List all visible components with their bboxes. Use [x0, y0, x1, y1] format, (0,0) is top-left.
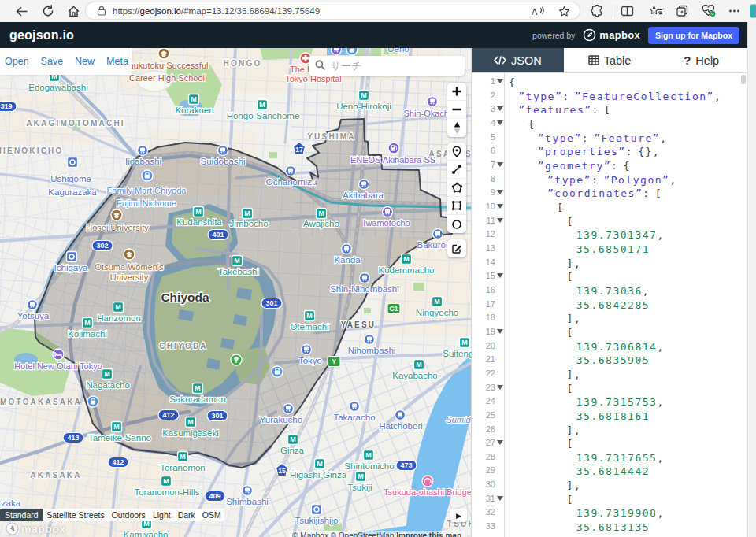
svg-text:17: 17 [295, 146, 303, 154]
svg-text:M: M [434, 298, 440, 306]
map-canvas[interactable]: 3193024013013014124124134094731715C1YAKA… [0, 48, 471, 537]
route-shield: 319 [0, 102, 17, 112]
favorites-hub-icon[interactable] [649, 6, 663, 17]
metro-station-icon: M [414, 360, 424, 370]
svg-text:301: 301 [265, 299, 277, 307]
menu-new[interactable]: New [75, 56, 94, 67]
compass-button[interactable] [447, 119, 466, 137]
route-shield: 413 [63, 433, 83, 443]
metro-station-icon: M [161, 476, 172, 487]
map-attribution: © Mapbox © OpenStreetMap Improve this ma… [289, 531, 465, 537]
map-label: Nihombashi [348, 346, 396, 355]
map-label: Shintomicho [344, 461, 394, 471]
json-editor[interactable]: 1234567891011121314151617181920212223242… [472, 73, 748, 537]
basemap-outdoors[interactable]: Outdoors [108, 509, 149, 521]
menu-meta[interactable]: Meta [106, 56, 128, 67]
mapbox-wordmark: mapbox [599, 29, 640, 41]
code-line: 35.6814442 [509, 465, 650, 479]
svg-text:M: M [361, 91, 367, 99]
mapbox-attribution-logo[interactable]: mapbox [6, 522, 66, 535]
browser-essentials-icon[interactable] [702, 5, 717, 17]
metro-station-icon: M [460, 338, 470, 348]
shop-poi-icon [142, 170, 153, 181]
map-label: Suidobashi [201, 157, 246, 166]
basemap-light[interactable]: Light [149, 509, 174, 521]
help-icon: ? [684, 54, 691, 67]
code-line: 139.7315753, [509, 395, 665, 409]
code-line: [ [509, 215, 574, 229]
map[interactable]: 3193024013013014124124134094731715C1YAKA… [0, 48, 471, 537]
extensions-icon[interactable] [591, 5, 604, 18]
menu-save[interactable]: Save [41, 56, 64, 67]
search-placeholder: サーチ [331, 59, 362, 73]
university-poi-icon [111, 209, 122, 220]
zoom-out-button[interactable] [447, 101, 466, 119]
map-label: Awajicho [303, 219, 339, 228]
code-line: 35.6813135 [509, 520, 650, 535]
draw-circle-button[interactable] [447, 215, 466, 233]
map-label: Kamiyacho [124, 530, 169, 537]
svg-text:319: 319 [0, 102, 12, 110]
improve-map-link[interactable]: Improve this map [396, 531, 461, 537]
code-line: ], [509, 312, 581, 326]
toolbar-divider [613, 6, 613, 17]
svg-text:M: M [195, 384, 201, 392]
draw-rectangle-button[interactable] [447, 197, 466, 215]
map-label: Kudanshita [176, 217, 222, 227]
basemap-dark[interactable]: Dark [174, 509, 198, 521]
zoom-controls [447, 83, 466, 137]
tab-help[interactable]: ?Help [655, 48, 747, 72]
right-panel: JSONTable?Help 1234567891011121314151617… [471, 48, 747, 537]
map-label: Hotel New Otani Tokyo [14, 361, 102, 371]
draw-marker-button[interactable] [447, 143, 466, 161]
editor-scrollbar-thumb[interactable] [741, 75, 746, 84]
draw-line-button[interactable] [447, 161, 466, 179]
map-label: Ningyocho [416, 308, 458, 317]
split-screen-icon[interactable] [621, 6, 634, 17]
tab-table[interactable]: Table [564, 48, 656, 72]
jr-station-icon [28, 300, 38, 310]
menu-open[interactable]: Open [5, 56, 29, 67]
edit-geometries-button[interactable] [447, 239, 466, 257]
map-label: Ueno [387, 48, 410, 54]
panel-collapse-button[interactable]: ▶ [450, 509, 467, 522]
signup-button[interactable]: Sign up for Mapbox [648, 27, 739, 44]
map-label: Korakuen [175, 106, 213, 115]
browser-scrollbar[interactable] [747, 22, 756, 537]
settings-menu-icon[interactable] [728, 6, 740, 17]
basemap-osm[interactable]: OSM [198, 509, 224, 521]
map-search-box[interactable]: サーチ [309, 56, 465, 76]
code-line: 139.7306814, [509, 340, 665, 354]
zoom-in-button[interactable] [447, 83, 466, 101]
svg-text:409: 409 [209, 492, 220, 500]
map-label: Ichigaya [54, 263, 88, 272]
mapbox-brand: mapbox [583, 28, 640, 42]
metro-station-icon: M [178, 452, 188, 462]
table-icon [588, 55, 599, 65]
copilot-icon[interactable] [750, 5, 756, 18]
code-line: ”features”: [ [509, 103, 611, 117]
draw-polygon-button[interactable] [447, 179, 466, 197]
route-shield: 302 [92, 241, 113, 251]
code-line: 139.73036, [509, 284, 650, 298]
editor-code[interactable]: { ”type”: ”FeatureCollection”, ”features… [505, 73, 743, 537]
collections-icon[interactable] [676, 5, 689, 17]
map-label: Hanzomon [97, 313, 141, 323]
editor-gutter: 1234567891011121314151617181920212223242… [472, 73, 505, 537]
tab-json[interactable]: JSON [472, 48, 564, 72]
metro-station-icon: M [359, 91, 369, 101]
map-label: Yotsuya [17, 311, 50, 320]
code-line: ”properties”: {}, [509, 145, 660, 159]
screen: https://geojson.io/#map=13.12/35.68694/1… [0, 0, 756, 537]
basemap-standard[interactable]: Standard [0, 509, 43, 521]
basemap-satellite-streets[interactable]: Satellite Streets [43, 509, 109, 521]
svg-text:15: 15 [278, 467, 286, 475]
map-label: Kojimachi [68, 329, 107, 339]
fuel-poi-icon [388, 143, 399, 154]
metro-station-icon: M [305, 311, 315, 321]
map-label: Iwamotocho [363, 218, 410, 228]
route-shield: 473 [396, 461, 417, 471]
svg-text:M: M [115, 303, 121, 311]
code-line: [ [509, 201, 565, 215]
route-shield: 412 [158, 410, 179, 420]
